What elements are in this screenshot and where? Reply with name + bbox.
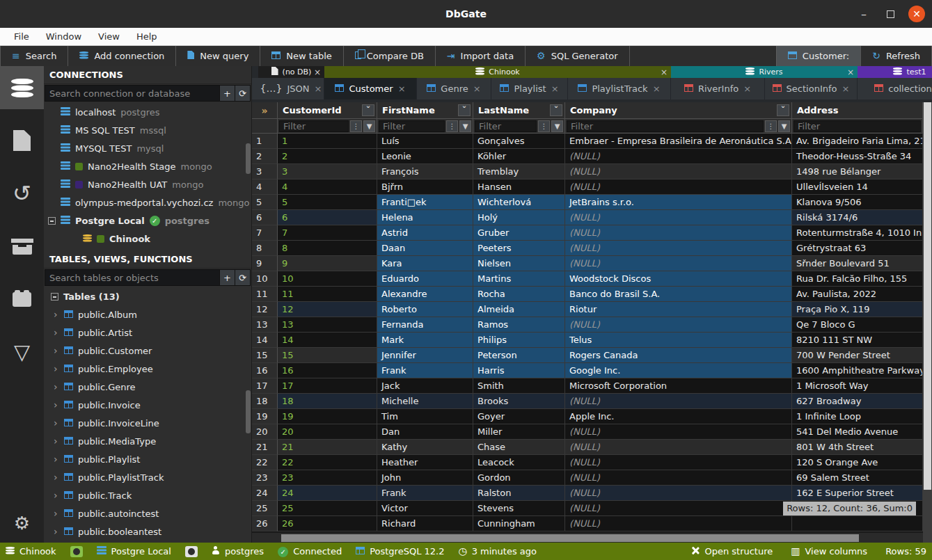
add-connection-button[interactable]: Add connection [68,46,176,66]
cell-lastname[interactable]: Rocha [473,287,565,302]
close-button[interactable]: ✕ [908,6,925,22]
cell-firstname[interactable]: Jennifer [377,348,473,363]
filter-input[interactable]: Filter [567,120,764,132]
cell-firstname[interactable]: Eduardo [377,271,473,287]
cell-firstname[interactable]: Frank [377,363,473,378]
cell-customerid[interactable]: 17 [278,378,377,394]
cell-lastname[interactable]: Peeters [473,241,565,256]
cell-company[interactable]: (NULL) [565,241,792,256]
tab-group-close-icon[interactable]: × [847,67,854,77]
cell-lastname[interactable]: Hansen [473,179,565,195]
tables-scrollbar-thumb[interactable] [246,390,251,433]
cell-customerid[interactable]: 6 [278,210,377,225]
filter-input[interactable]: Filter [475,120,537,132]
row-number-cell[interactable]: 17 [252,378,278,394]
import-data-button[interactable]: ⇥Import data [436,46,526,66]
tab-playlist[interactable]: Playlist× [491,78,568,99]
cell-address[interactable]: Av. Paulista, 2022 [792,287,923,302]
cell-address[interactable] [792,516,923,531]
table-item[interactable]: ›public.InvoiceLine [44,414,251,432]
tables-search-input[interactable]: Search tables or objects [45,269,220,286]
add-table-plus-button[interactable]: + [220,269,235,286]
search-button[interactable]: ≡Search [0,46,68,66]
settings-button[interactable]: ⚙ [0,504,44,543]
cell-address[interactable]: Rilská 3174/6 [792,210,923,225]
cell-firstname[interactable]: Helena [377,210,473,225]
cell-lastname[interactable]: Martins [473,271,565,287]
activity-files[interactable] [0,119,44,162]
cell-lastname[interactable]: Köhler [473,149,565,164]
cell-lastname[interactable]: Almeida [473,302,565,317]
grid-expand-all-header[interactable]: » [252,102,278,119]
cell-lastname[interactable]: Gruber [473,225,565,241]
cell-address[interactable]: UllevÍlsveien 14 [792,179,923,195]
cell-company[interactable]: (NULL) [565,394,792,409]
connections-refresh-button[interactable]: ⟳ [235,85,251,102]
cell-company[interactable]: (NULL) [565,256,792,271]
connection-item[interactable]: MS SQL TESTmssql [44,121,251,139]
chevron-right-icon[interactable]: › [54,435,59,447]
cell-customerid[interactable]: 7 [278,225,377,241]
cell-customerid[interactable]: 19 [278,409,377,424]
cell-company[interactable]: (NULL) [565,470,792,486]
connection-item[interactable]: MYSQL TESTmysql [44,139,251,157]
tab-playlisttrack[interactable]: PlaylistTrack× [568,78,671,99]
row-number-cell[interactable]: 26 [252,516,278,531]
chevron-right-icon[interactable]: › [54,454,59,465]
cell-customerid[interactable]: 9 [278,256,377,271]
cell-company[interactable]: Apple Inc. [565,409,792,424]
tab-group-rivers[interactable]: Rivers× [671,66,858,78]
cell-address[interactable]: Qe 7 Bloco G [792,317,923,333]
status-3-minutes-ago[interactable]: ◷3 minutes ago [458,546,537,557]
row-number-cell[interactable]: 2 [252,149,278,164]
chevron-right-icon[interactable]: › [54,526,59,537]
table-item[interactable]: ›public.booleantest [44,522,251,541]
cell-address[interactable]: 801 W 4th Street [792,440,923,455]
tab-collection[interactable]: collection× [858,78,932,99]
tab-close-icon[interactable]: × [551,83,559,94]
cell-lastname[interactable]: Ramos [473,317,565,333]
filter-funnel-icon[interactable]: ▼ [551,120,563,132]
filter-input[interactable]: Filter [793,120,921,132]
cell-firstname[interactable]: Heather [377,455,473,470]
activity-history[interactable]: ↺ [0,172,44,215]
cell-firstname[interactable]: Daan [377,241,473,256]
cell-firstname[interactable]: Luís [377,134,473,149]
row-number-cell[interactable]: 14 [252,333,278,348]
tab-group-chinook[interactable]: Chinook× [324,66,671,78]
row-number-cell[interactable]: 9 [252,256,278,271]
cell-company[interactable]: (NULL) [565,440,792,455]
cell-customerid[interactable]: 14 [278,333,377,348]
horizontal-scrollbar[interactable] [252,532,923,543]
chevron-right-icon[interactable]: › [54,399,59,410]
row-number-cell[interactable]: 19 [252,409,278,424]
menu-help[interactable]: Help [129,30,164,43]
cell-address[interactable]: Praça Pio X, 119 [792,302,923,317]
cell-firstname[interactable]: Alexandre [377,287,473,302]
row-number-cell[interactable]: 23 [252,470,278,486]
tab-customer[interactable]: Customer× [324,78,417,99]
vertical-scrollbar[interactable] [923,102,932,543]
cell-address[interactable]: 69 Salem Street [792,470,923,486]
table-item[interactable]: ›public.Artist [44,323,251,342]
cell-customerid[interactable]: 11 [278,287,377,302]
tab-json[interactable]: {…}JSON× [258,78,324,99]
cell-customerid[interactable]: 13 [278,317,377,333]
column-header-customerid[interactable]: CustomerIdˇ [278,102,377,119]
cell-address[interactable]: Klanova 9/506 [792,195,923,210]
cell-company[interactable]: Google Inc. [565,363,792,378]
filter-menu-icon[interactable]: ⋮ [765,120,777,132]
chevron-right-icon[interactable]: › [54,417,59,429]
table-item[interactable]: ›public.Album [44,305,251,323]
cell-company[interactable]: Embraer - Empresa Brasileira de Aeronáut… [565,134,792,149]
cell-customerid[interactable]: 22 [278,455,377,470]
cell-lastname[interactable]: Gonçalves [473,134,565,149]
tables-group[interactable]: Tables (13) [44,287,251,305]
cell-firstname[interactable]: François [377,164,473,179]
connection-item[interactable]: Postgre Local✓postgres [44,211,251,230]
cell-lastname[interactable]: Harris [473,363,565,378]
cell-customerid[interactable]: 20 [278,424,377,440]
status-open-structure[interactable]: Open structure [690,546,773,557]
cell-firstname[interactable]: Leonie [377,149,473,164]
cell-company[interactable]: Telus [565,333,792,348]
